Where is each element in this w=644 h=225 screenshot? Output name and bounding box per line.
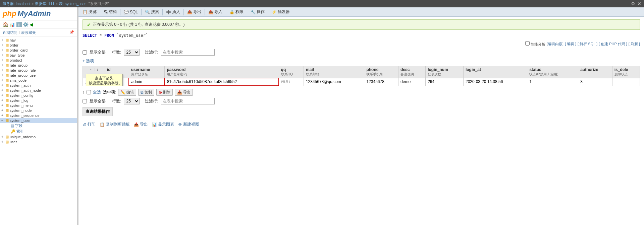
show-all-checkbox-bottom[interactable] [83,99,87,103]
export-selection-btn[interactable]: 📤 导出 [175,89,193,96]
sidebar-item-system-config[interactable]: + ▦ system_config [0,93,77,98]
export-selection-icon: 📤 [177,90,182,95]
sidebar-item-system-log[interactable]: + ▦ system_log [0,98,77,103]
sidebar-item-order[interactable]: + ▦ order [0,43,77,48]
rows-select-bottom[interactable]: 25 50 100 [124,98,140,104]
parse-sql-link[interactable]: [ 解析 SQL ] [578,42,597,47]
sidebar-item-pay-type[interactable]: + ▦ pay_type [0,53,77,58]
cell-mail: 12345678@qq.com [304,78,364,86]
sidebar-item-product[interactable]: + ▦ product [0,58,77,63]
permissions-button[interactable]: 🔒 权限 [227,8,246,16]
new-view-link[interactable]: 👁 新建视图 [178,122,199,127]
import-button[interactable]: 📥 导入 [206,8,225,16]
sidebar-pin-icon[interactable]: 📌 [69,30,74,35]
success-bar: ✔ 正在显示第 0 - 0 行 (共 1 行, 查询花费 0.0007 秒。) [83,19,640,30]
copy-clipboard-link[interactable]: 📋 复制到剪贴板 [100,122,130,127]
sidebar-item-system-sequence[interactable]: + ▦ system_sequence [0,113,77,118]
show-all-checkbox-top[interactable] [83,50,87,55]
sidebar-item-system-auth[interactable]: + ▦ system_auth [0,83,77,88]
nav-icon[interactable]: ◀ [30,22,33,27]
browse-button[interactable]: 📋 浏览 [80,8,99,16]
edit-link-top[interactable]: [ 编辑 ] [565,42,576,47]
settings-icon-2[interactable]: ⚙️ [23,22,29,27]
filter-input-bottom[interactable] [161,98,215,104]
settings-icon[interactable]: ⚙ [631,1,635,6]
structure-icon: 🏗 [104,10,108,14]
delete-selection-btn[interactable]: ⊖ 删除 [156,89,173,96]
col-is-dele: is_dele 删除状态 [612,66,640,78]
sidebar-item-system-user[interactable]: − ▦ system_user [0,118,77,123]
table-breadcrumb[interactable]: 表: system_user [59,1,86,6]
selection-label-bottom: 选中项: [103,89,116,95]
rows-select-top[interactable]: 25 50 100 [124,49,140,56]
sidebar-item-fields[interactable]: ▤ 字段 [0,123,77,129]
filter-input-top[interactable] [161,49,215,56]
sidebar-logo: phpMyAdmin [0,7,77,20]
sidebar-item-indexes[interactable]: 🔑 索引 [0,129,77,134]
search-button[interactable]: 🔍 搜索 [142,8,162,16]
db-breadcrumb[interactable]: 数据库: 111 [35,1,54,6]
logo-php: php [3,9,16,18]
sidebar-item-rate-group-rule[interactable]: + ▦ rate_group_rule [0,68,77,73]
favorites-link[interactable]: 表收藏夹 [21,30,36,35]
sidebar-item-user[interactable]: + ▦ user [0,139,77,144]
col-mail: mail 联系邮箱 [304,66,364,78]
sidebar-item-order-card[interactable]: + ▦ order_card [0,48,77,53]
close-icon[interactable]: ✕ [637,1,641,6]
edit-selection-btn[interactable]: ✏️ 编辑 [118,89,136,96]
table-icon-nav: ▦ [5,38,9,42]
export-icon: 📤 [187,10,192,14]
sidebar-item-system-auth-node[interactable]: + ▦ system_auth_node [0,88,77,93]
select-all-link-bottom[interactable]: 全选 [93,89,101,95]
operations-button[interactable]: 🔧 操作 [248,8,267,16]
copy-selection-btn[interactable]: ⧉ 复制 [138,89,154,96]
home-icon[interactable]: 🏠 [3,22,8,27]
cell-login-at: 2020-03-20 14:38:56 [463,78,527,86]
select-all-checkbox-bottom[interactable] [87,90,91,94]
sidebar-item-rate-group-user[interactable]: + ▦ rate_group_user [0,73,77,78]
triggers-button[interactable]: ⚡ 触发器 [269,8,292,16]
sidebar-item-unique-orderno[interactable]: + ▦ unique_orderno [0,134,77,139]
sidebar-item-nav[interactable]: + ▦ nav [0,38,77,43]
db-icon[interactable]: 📊 [9,22,15,27]
col-password: password 用户登录密码 [165,66,279,78]
left-arrow-icon: ← [89,67,93,72]
sidebar-item-system-node[interactable]: + ▦ system_node [0,108,77,113]
show-all-label-top: 显示全部 [90,50,106,55]
print-link[interactable]: 🖨 打印 [83,122,96,127]
col-desc: desc 备注说明 [398,66,426,78]
filter-label-bottom: 过滤行: [145,98,158,104]
data-table-wrap: ← T↕ 点击下箭头 以设置显示的字段。 [83,66,640,86]
options-link[interactable]: + 选项 [83,58,640,64]
logo-myadmin: MyAdmin [17,9,51,18]
cell-login-num: 264 [426,78,464,86]
export-button[interactable]: 📤 导出 [184,8,204,16]
import-icon: 📥 [208,10,213,14]
edit-selection-icon: ✏️ [120,90,125,95]
create-php-link[interactable]: [ 创建 PHP 代码 ] [599,42,627,47]
insert-icon: ➕ [166,10,171,14]
filter-bar-bottom: 显示全部 | 行数: 25 50 100 过滤行: [83,98,640,104]
info-icon[interactable]: ℹ️ [16,22,22,27]
sql-button[interactable]: 💬 SQL [121,9,141,15]
recent-visits-link[interactable]: 近期访问 [3,30,17,35]
selection-bar-bottom: ↑ 全选 选中项: ✏️ 编辑 ⧉ 复制 ⊖ 删除 📤 导出 [83,89,640,96]
server-breadcrumb[interactable]: 服务器: localhost [3,1,31,6]
new-view-icon: 👁 [178,122,182,127]
edit-inline-link[interactable]: [编辑内嵌] [547,42,564,47]
cell-password: 81c47be5dc6110d5087dd4af8dc56552 [165,78,279,86]
toggle-nav[interactable]: + [1,38,5,42]
chart-link[interactable]: 📊 显示图表 [152,122,174,127]
structure-button[interactable]: 🏗 结构 [101,8,119,16]
export-bottom-icon: 📤 [134,122,139,127]
perf-checkbox[interactable] [525,41,530,46]
export-bottom-link[interactable]: 📤 导出 [134,122,148,127]
refresh-link[interactable]: [ 刷新 ] [629,42,640,47]
sidebar-item-sms-code[interactable]: + ▦ sms_code [0,78,77,83]
sidebar-item-system-menu[interactable]: + ▦ system_menu [0,103,77,108]
sort-toggle-btn[interactable]: T↕ [94,67,98,72]
sidebar-item-rate-group[interactable]: + ▦ rate_group [0,63,77,68]
insert-button[interactable]: ➕ 插入 [163,8,183,16]
tooltip-line1: 点击下箭头 [89,76,120,81]
copy-clipboard-icon: 📋 [100,122,105,127]
